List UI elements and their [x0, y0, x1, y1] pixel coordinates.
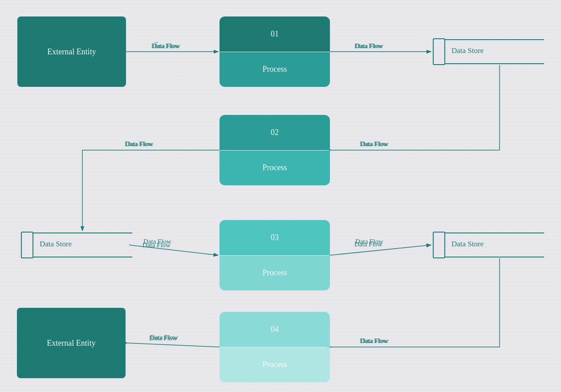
data-store-3-line-bottom: [445, 257, 544, 257]
process-01-number: 01: [220, 16, 330, 52]
data-store-3-label: Data Store: [451, 240, 484, 249]
flow-label-f3: Data Flow: [361, 140, 389, 147]
flow-arrow-f1: →: [152, 39, 159, 46]
data-store-1: Data Store: [433, 38, 544, 65]
external-entity-1: External Entity: [17, 16, 126, 87]
data-store-2-label: Data Store: [40, 240, 72, 249]
data-store-3: Data Store: [433, 232, 544, 258]
process-01: 01 Process: [220, 16, 330, 87]
data-store-3-line-top: [445, 233, 544, 233]
process-02-label: Process: [220, 151, 330, 186]
data-store-1-label: Data Store: [451, 46, 484, 55]
flow-f5-line: [129, 245, 218, 255]
external-entity-1-label: External Entity: [47, 47, 96, 57]
flow-f7-label: Data Flow: [360, 337, 388, 344]
process-01-label: Process: [220, 52, 330, 87]
flow-label-f1: Data Flow: [152, 42, 180, 49]
external-entity-2: External Entity: [17, 308, 126, 378]
flow-label-f2: Data Flow: [355, 42, 383, 49]
process-02-number: 02: [220, 115, 330, 150]
flow-label-f5: Data Flow: [143, 238, 171, 245]
flow-f3-label: Data Flow: [360, 140, 388, 147]
flow-label-f6: Data Flow: [355, 238, 383, 245]
data-store-2: Data Store: [21, 232, 132, 258]
flow-label-f8: Data Flow: [150, 334, 178, 341]
diagram-container: Data Flow Data Flow Data Flow Data Flow …: [0, 0, 561, 392]
external-entity-2-label: External Entity: [47, 339, 95, 348]
flow-f8-label: Data Flow: [149, 335, 177, 342]
process-02: 02 Process: [220, 115, 330, 185]
process-04: 04 Process: [220, 312, 330, 382]
process-03: 03 Process: [220, 220, 330, 290]
data-store-1-line-bottom: [445, 63, 544, 64]
process-04-label: Process: [220, 347, 330, 383]
flow-f4-label: Data Flow: [125, 140, 153, 147]
data-store-2-tab: [21, 232, 33, 258]
flow-f7-line: [331, 258, 500, 347]
data-store-2-line-top: [33, 233, 132, 233]
data-store-1-line-top: [445, 39, 544, 40]
data-store-3-tab: [433, 232, 445, 258]
data-store-1-tab: [433, 38, 445, 65]
flow-f2-label: Data Flow: [354, 42, 382, 49]
process-04-number: 04: [220, 312, 330, 347]
flow-f8-line: [127, 343, 220, 347]
flow-label-f4: Data Flow: [126, 140, 154, 147]
flow-f1-label: Data Flow: [151, 42, 179, 49]
flow-f6-line: [330, 245, 431, 255]
data-store-2-line-bottom: [33, 257, 132, 257]
flow-f6-label: Data Flow: [354, 241, 382, 248]
flow-f4-line: [82, 150, 220, 231]
process-03-label: Process: [220, 256, 330, 291]
flow-f5-label: Data Flow: [142, 241, 171, 249]
flow-label-f7: Data Flow: [361, 337, 389, 344]
process-03-number: 03: [220, 220, 330, 255]
flow-f3-line: [331, 65, 500, 150]
